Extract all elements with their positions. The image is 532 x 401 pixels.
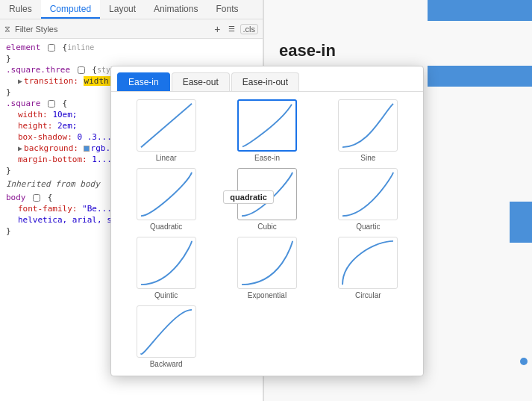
transition-prop: transition: bbox=[24, 76, 78, 86]
easing-popup: Ease-in Ease-out Ease-in-out Linear Ease… bbox=[110, 66, 424, 376]
ff-val: "Be... bbox=[82, 204, 112, 214]
ff-prop: font-family: bbox=[18, 204, 77, 214]
filter-icon: ⧖ bbox=[4, 24, 10, 34]
easing-label-ease-in: Ease-in bbox=[254, 154, 280, 162]
easing-label-exponential: Exponential bbox=[248, 291, 287, 299]
easing-label-cubic: Cubic bbox=[257, 223, 277, 231]
height-val: 2em; bbox=[57, 121, 78, 131]
easing-tabs: Ease-in Ease-out Ease-in-out bbox=[111, 66, 423, 92]
element-selector-line: element { inline bbox=[0, 42, 263, 53]
easing-label-linear: Linear bbox=[156, 154, 177, 162]
expand-icon[interactable]: ▶ bbox=[18, 77, 22, 85]
square-selector: .square bbox=[6, 99, 40, 108]
square-three-selector: .square.three bbox=[6, 65, 70, 75]
easing-label-circular: Circular bbox=[355, 291, 381, 299]
mb-val: 1... bbox=[92, 155, 112, 164]
easing-label-backward: Backward bbox=[150, 360, 183, 368]
easing-item-quintic[interactable]: Quintic bbox=[119, 237, 213, 299]
easing-label-quadratic: Quadratic bbox=[150, 223, 182, 231]
easing-item-sine[interactable]: Sine bbox=[321, 99, 416, 162]
add-style-button[interactable]: + bbox=[212, 22, 222, 36]
easing-curve-exponential bbox=[237, 237, 297, 289]
square-checkbox[interactable] bbox=[48, 100, 55, 108]
preview-bar-mid bbox=[428, 66, 532, 87]
preview-bar-top bbox=[428, 0, 532, 21]
easing-item-circular[interactable]: Circular bbox=[321, 237, 416, 299]
box-shadow-val: 0 .3... bbox=[77, 132, 111, 142]
easing-curve-quartic bbox=[338, 168, 398, 220]
cubic-tooltip: quadratic bbox=[223, 190, 274, 204]
preview-bar-bottom bbox=[510, 202, 532, 243]
square-three-checkbox[interactable] bbox=[78, 66, 85, 74]
easing-curve-linear bbox=[137, 99, 196, 152]
easing-label-quintic: Quintic bbox=[154, 291, 178, 299]
easing-label-quartic: Quartic bbox=[356, 223, 380, 231]
scrollbar-dot[interactable] bbox=[520, 358, 528, 365]
tab-computed[interactable]: Computed bbox=[41, 0, 100, 19]
easing-curve-backward bbox=[137, 305, 196, 358]
element-source: inline bbox=[67, 43, 94, 52]
tabs-bar: Rules Computed Layout Animations Fonts bbox=[0, 0, 263, 19]
body-selector: body bbox=[6, 193, 26, 202]
color-swatch[interactable] bbox=[84, 146, 90, 152]
box-shadow-prop: box-shadow: bbox=[18, 132, 72, 142]
toolbar-right: + ☰ .cls bbox=[212, 22, 258, 36]
width-val: 10em; bbox=[52, 110, 77, 119]
easing-item-ease-in[interactable]: Ease-in bbox=[219, 99, 314, 162]
height-prop: height: bbox=[18, 121, 52, 131]
easing-label-sine: Sine bbox=[360, 154, 375, 162]
tab-animations[interactable]: Animations bbox=[145, 0, 207, 19]
easing-item-backward[interactable]: Backward bbox=[119, 305, 213, 368]
width-prop: width: bbox=[18, 110, 48, 119]
easing-curve-quadratic bbox=[137, 168, 196, 220]
element-selector: element bbox=[6, 43, 40, 52]
filter-label: Filter Styles bbox=[15, 25, 57, 34]
styles-toolbar: ⧖ Filter Styles + ☰ .cls bbox=[0, 19, 263, 39]
mb-prop: margin-bottom: bbox=[18, 155, 87, 164]
easing-tab-ease-out[interactable]: Ease-out bbox=[172, 72, 230, 91]
easing-item-cubic[interactable]: quadratic Cubic bbox=[219, 168, 314, 231]
tab-rules[interactable]: Rules bbox=[0, 0, 41, 19]
body-checkbox[interactable] bbox=[33, 194, 40, 202]
easing-tab-ease-in[interactable]: Ease-in bbox=[117, 72, 170, 91]
easing-tab-ease-in-out[interactable]: Ease-in-out bbox=[231, 72, 299, 91]
bg-prop: background: bbox=[24, 143, 78, 153]
easing-curves-grid: Linear Ease-in Sine Quadratic bbox=[111, 92, 423, 376]
easing-curve-quintic bbox=[137, 237, 196, 289]
easing-item-quadratic[interactable]: Quadratic bbox=[119, 168, 213, 231]
bg-expand-icon[interactable]: ▶ bbox=[18, 144, 22, 152]
element-checkbox[interactable] bbox=[48, 44, 55, 52]
easing-item-linear[interactable]: Linear bbox=[119, 99, 213, 162]
preview-ease-in-label: ease-in bbox=[279, 41, 336, 60]
tab-layout[interactable]: Layout bbox=[100, 0, 145, 19]
easing-item-quartic[interactable]: Quartic bbox=[321, 168, 416, 231]
tab-fonts[interactable]: Fonts bbox=[207, 0, 247, 19]
cls-badge[interactable]: .cls bbox=[240, 24, 259, 34]
easing-curve-ease-in bbox=[237, 99, 297, 152]
easing-curve-sine bbox=[338, 99, 398, 152]
easing-curve-circular bbox=[338, 237, 398, 289]
element-close: } bbox=[0, 53, 263, 64]
easing-item-exponential[interactable]: Exponential bbox=[219, 237, 314, 299]
element-state-button[interactable]: ☰ bbox=[226, 24, 237, 34]
